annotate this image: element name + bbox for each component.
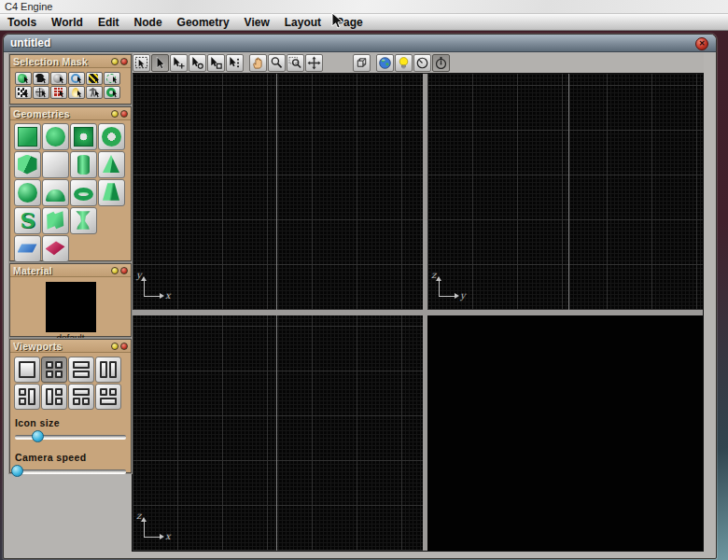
box-geometry-button[interactable]: [14, 151, 41, 178]
source-mask-button[interactable]: [68, 72, 85, 85]
select-button[interactable]: [151, 54, 169, 72]
revolution-geometry-button[interactable]: [70, 207, 97, 234]
menu-node[interactable]: Node: [127, 16, 170, 29]
extrusion-geometry-button[interactable]: [42, 207, 69, 234]
geometries-grid: [10, 120, 131, 262]
slider-track: [15, 469, 126, 474]
extrusion-icon: [46, 211, 65, 231]
minimize-icon[interactable]: [111, 267, 119, 274]
box-select-button[interactable]: [207, 54, 225, 72]
dome-geometry-button[interactable]: [42, 179, 69, 206]
pan-hand-button[interactable]: [249, 54, 267, 72]
clock-icon: [415, 56, 429, 70]
zoom-icon: [270, 56, 284, 70]
timer-button[interactable]: [432, 54, 450, 72]
material-titlebar[interactable]: Material: [10, 264, 131, 277]
camera-speed-label: Camera speed: [10, 452, 131, 463]
physics-mask-button[interactable]: [104, 86, 120, 99]
character-mask-button[interactable]: [86, 86, 103, 99]
minimize-icon[interactable]: [111, 58, 119, 65]
clock-button[interactable]: [413, 54, 431, 72]
menu-geometry[interactable]: Geometry: [170, 16, 237, 29]
portal-mask-button[interactable]: [104, 72, 120, 85]
close-icon[interactable]: [120, 110, 128, 118]
lighting-button[interactable]: [395, 54, 413, 72]
node-select-button[interactable]: [189, 54, 206, 72]
move-select-button[interactable]: [170, 54, 188, 72]
geometries-panel: Geometries: [9, 106, 132, 261]
zoom-region-button[interactable]: [287, 54, 304, 72]
window-titlebar[interactable]: untitled ✕: [4, 35, 716, 52]
sphere-geometry-button[interactable]: [14, 179, 41, 206]
zoom-button[interactable]: [268, 54, 286, 72]
move-select-icon: [172, 56, 186, 70]
layout-right-split-button[interactable]: [41, 384, 67, 410]
plate-geometry-button[interactable]: [14, 123, 41, 150]
viewports-titlebar[interactable]: Viewports: [10, 340, 131, 353]
origin-line: [568, 74, 569, 310]
close-icon[interactable]: [120, 58, 128, 65]
layout-single-button[interactable]: [14, 357, 40, 383]
scroll-view-button[interactable]: [305, 54, 323, 72]
viewport-top-left[interactable]: y x: [133, 74, 423, 310]
effect-mask-button[interactable]: [50, 86, 67, 99]
menu-page[interactable]: Page: [329, 16, 371, 29]
viewport-bottom-right[interactable]: [427, 315, 703, 551]
minimize-icon[interactable]: [111, 110, 119, 118]
icon-size-slider-knob[interactable]: [32, 430, 44, 442]
cylinder-geometry-button[interactable]: [70, 151, 97, 178]
marker-mask-button[interactable]: [15, 86, 32, 99]
camera-speed-slider-knob[interactable]: [11, 465, 23, 477]
menu-view[interactable]: View: [237, 16, 277, 29]
minimize-icon[interactable]: [111, 343, 119, 350]
model-mask-button[interactable]: [33, 72, 49, 85]
emitter-mask-button[interactable]: [68, 86, 85, 99]
icon-size-slider[interactable]: [15, 430, 126, 443]
hole-plate-geometry-button[interactable]: [70, 123, 97, 150]
menu-world[interactable]: World: [44, 16, 91, 29]
pyramid-icon: [46, 155, 65, 175]
editor-window: untitled ✕ y x z y: [3, 34, 717, 559]
pyramid-geometry-button[interactable]: [42, 151, 69, 178]
cone-geometry-button[interactable]: [98, 151, 125, 178]
geometries-titlebar[interactable]: Geometries: [10, 107, 131, 120]
disk-geometry-button[interactable]: [42, 123, 69, 150]
dome-icon: [46, 189, 65, 202]
viewport-top-right[interactable]: z y: [427, 74, 703, 310]
menu-tools[interactable]: Tools: [0, 16, 44, 29]
layout-bottom-split-button[interactable]: [68, 384, 94, 410]
world-button[interactable]: [376, 54, 394, 72]
close-button[interactable]: ✕: [695, 37, 708, 50]
camera-speed-slider[interactable]: [15, 465, 126, 478]
panel-title: Viewports: [13, 341, 109, 352]
list-select-button[interactable]: [226, 54, 244, 72]
zone-mask-button[interactable]: [86, 72, 103, 85]
menu-layout[interactable]: Layout: [277, 16, 329, 29]
layout-cols-button[interactable]: [95, 357, 121, 383]
material-panel: Material default: [9, 263, 132, 337]
marquee-select-button[interactable]: [133, 54, 150, 72]
menu-edit[interactable]: Edit: [91, 16, 127, 29]
water-geometry-button[interactable]: [14, 235, 41, 262]
close-icon[interactable]: [120, 343, 128, 350]
annulus-geometry-button[interactable]: [98, 123, 125, 150]
selection-mask-titlebar[interactable]: Selection Mask: [10, 55, 131, 68]
layout-top-split-button[interactable]: [95, 384, 121, 410]
tube-geometry-button[interactable]: [14, 207, 41, 234]
viewport-bottom-left[interactable]: z x: [133, 315, 423, 551]
layout-rows-button[interactable]: [68, 357, 94, 383]
plate-icon: [18, 127, 37, 147]
truncated-cone-geometry-button[interactable]: [98, 179, 125, 206]
material-swatch[interactable]: [46, 282, 96, 332]
layout-left-split-button[interactable]: [14, 384, 40, 410]
close-icon[interactable]: [120, 267, 128, 274]
node-select-icon: [190, 56, 204, 70]
light-mask-button[interactable]: [50, 72, 67, 85]
geometry-mask-button[interactable]: [15, 72, 32, 85]
torus-geometry-button[interactable]: [70, 179, 97, 206]
layout-quad-button[interactable]: [41, 357, 67, 383]
bounding-box-button[interactable]: [353, 54, 371, 72]
terrain-geometry-button[interactable]: [42, 235, 69, 262]
trigger-mask-button[interactable]: [33, 86, 49, 99]
panel-title: Selection Mask: [13, 56, 109, 67]
